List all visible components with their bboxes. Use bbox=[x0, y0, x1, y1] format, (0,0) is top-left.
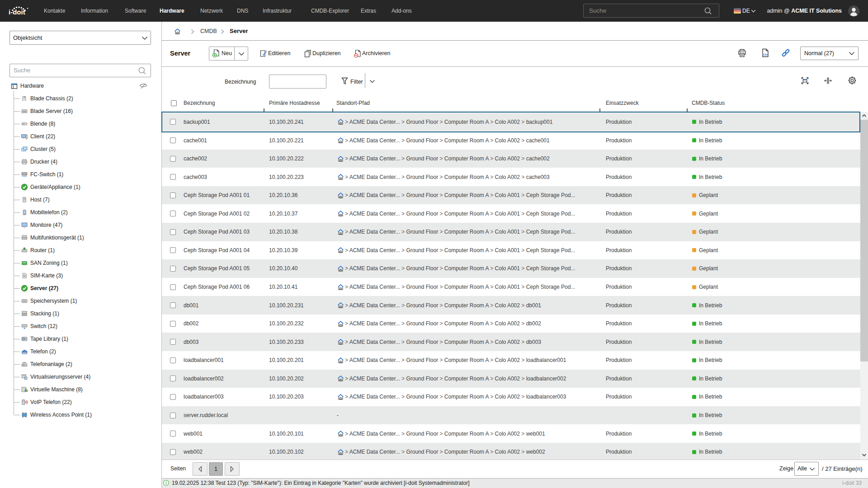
svg-text:CSV: CSV bbox=[763, 53, 769, 56]
svg-text:i-doit: i-doit bbox=[9, 8, 25, 16]
